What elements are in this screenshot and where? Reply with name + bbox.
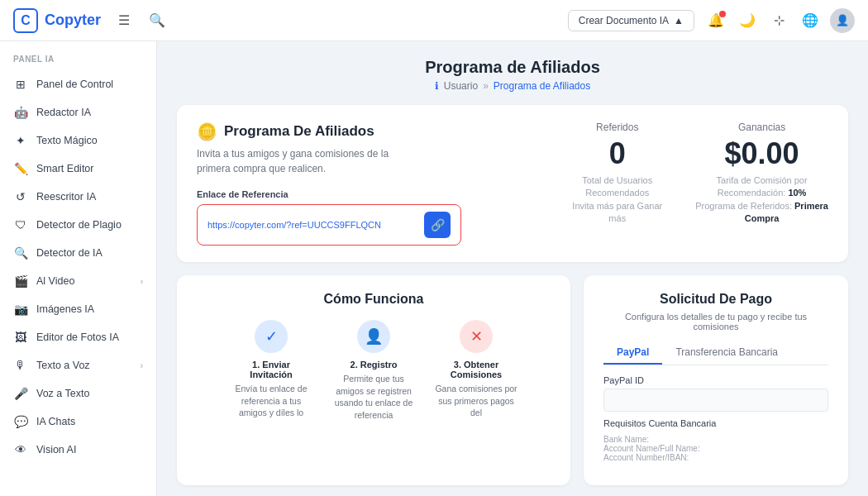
bank-details: Bank Name: Account Name/Full Name: Accou… bbox=[603, 435, 828, 462]
ganancias-value: $0.00 bbox=[695, 136, 828, 171]
navbar-left: C Copyter ☰ 🔍 bbox=[13, 8, 167, 33]
menu-icon[interactable]: ☰ bbox=[114, 11, 134, 31]
sidebar-item-label: Detector de IA bbox=[36, 247, 143, 259]
commission-rate: 10% bbox=[788, 188, 806, 198]
sidebar-item-panel-control[interactable]: ⊞ Panel de Control bbox=[0, 70, 156, 98]
bottom-row: Cómo Funciona ✓ 1. Enviar Invitación Env… bbox=[177, 275, 848, 485]
how-it-works-card: Cómo Funciona ✓ 1. Enviar Invitación Env… bbox=[177, 275, 570, 485]
create-document-button[interactable]: Crear Documento IA ▲ bbox=[568, 10, 694, 31]
payment-tabs: PayPal Transferencia Bancaria bbox=[603, 341, 828, 365]
chevron-up-icon: ▲ bbox=[674, 15, 684, 26]
page-title: Programa de Afiliados bbox=[177, 58, 848, 77]
imagenes-ia-icon: 📷 bbox=[13, 302, 28, 317]
sidebar-item-ia-chats[interactable]: 💬 IA Chats bbox=[0, 408, 156, 436]
sidebar-item-label: IA Chats bbox=[36, 416, 143, 427]
copy-link-button[interactable]: 🔗 bbox=[424, 212, 451, 238]
paypal-id-field: PayPal ID bbox=[603, 375, 828, 412]
bank-section-label: Requisitos Cuenta Bancaria bbox=[603, 418, 828, 428]
sidebar-item-label: Editor de Fotos IA bbox=[36, 331, 143, 343]
panel-control-icon: ⊞ bbox=[13, 77, 28, 92]
payment-card: Solicitud De Pago Configura los detalles… bbox=[584, 275, 848, 485]
affiliate-description: Invita a tus amigos y gana comisiones de… bbox=[197, 146, 412, 176]
breadcrumb: ℹ Usuario » Programa de Afiliados bbox=[177, 80, 848, 92]
ref-link-label: Enlace de Referencia bbox=[197, 189, 559, 199]
payment-title: Solicitud De Pago bbox=[603, 292, 828, 307]
step-1: ✓ 1. Enviar Invitación Envía tu enlace d… bbox=[230, 320, 312, 422]
step-2-title: 2. Registro bbox=[332, 360, 415, 370]
sidebar-item-detector-ia[interactable]: 🔍 Detector de IA bbox=[0, 239, 156, 267]
sidebar-item-ai-video[interactable]: 🎬 Al Video › bbox=[0, 267, 156, 295]
sidebar-item-texto-magico[interactable]: ✦ Texto Mágico bbox=[0, 126, 156, 155]
app-logo[interactable]: C Copyter bbox=[13, 8, 101, 33]
ganancias-label: Ganancias bbox=[695, 122, 828, 133]
referidos-sub: Total de UsuariosRecomendadosInvita más … bbox=[572, 174, 662, 226]
chevron-right-icon: › bbox=[141, 277, 143, 286]
sidebar-item-label: Imágenes IA bbox=[36, 303, 143, 315]
sidebar-item-reescritor-ia[interactable]: ↺ Reescritor IA bbox=[0, 183, 156, 211]
sidebar-section-label: PANEL IA bbox=[0, 51, 156, 70]
how-it-works-title: Cómo Funciona bbox=[197, 292, 551, 307]
bank-line-1: Bank Name: bbox=[603, 435, 828, 444]
affiliate-title-text: Programa De Afiliados bbox=[224, 123, 374, 140]
notifications-icon[interactable]: 🔔 bbox=[704, 9, 727, 32]
paypal-id-label: PayPal ID bbox=[603, 375, 828, 385]
reference-link-section: Enlace de Referencia https://copyter.com… bbox=[197, 189, 559, 246]
sidebar-item-redactor-ia[interactable]: 🤖 Redactor IA bbox=[0, 98, 156, 126]
referral-program: PrimeraCompra bbox=[745, 201, 828, 223]
sidebar-item-voz-a-texto[interactable]: 🎤 Voz a Texto bbox=[0, 379, 156, 408]
grid-icon[interactable]: ⊹ bbox=[767, 9, 790, 32]
sidebar-item-label: Redactor IA bbox=[36, 107, 143, 118]
language-icon[interactable]: 🌐 bbox=[799, 9, 822, 32]
bank-line-3: Account Number/IBAN: bbox=[603, 453, 828, 462]
user-avatar[interactable]: 👤 bbox=[830, 8, 855, 33]
reference-link-url[interactable]: https://copyter.com/?ref=UUCCS9FFLQCN bbox=[207, 220, 417, 230]
info-icon: ℹ bbox=[435, 80, 439, 92]
stat-ganancias: Ganancias $0.00 Tarifa de Comisión porRe… bbox=[695, 122, 828, 226]
voz-a-texto-icon: 🎤 bbox=[13, 386, 28, 401]
step-3-title: 3. Obtener Comisiones bbox=[435, 360, 517, 379]
dark-mode-icon[interactable]: 🌙 bbox=[736, 9, 759, 32]
sidebar-item-editor-fotos-ia[interactable]: 🖼 Editor de Fotos IA bbox=[0, 323, 156, 351]
breadcrumb-home[interactable]: Usuario bbox=[444, 80, 478, 92]
bank-line-2: Account Name/Full Name: bbox=[603, 444, 828, 453]
sidebar-item-imagenes-ia[interactable]: 📷 Imágenes IA bbox=[0, 295, 156, 323]
sidebar-item-texto-a-voz[interactable]: 🎙 Texto a Voz › bbox=[0, 351, 156, 379]
payment-description: Configura los detalles de tu pago y reci… bbox=[603, 312, 828, 331]
sidebar-item-label: Al Video bbox=[36, 275, 132, 287]
sidebar-item-label: Texto Mágico bbox=[36, 135, 143, 146]
sidebar: PANEL IA ⊞ Panel de Control 🤖 Redactor I… bbox=[0, 41, 157, 496]
affiliate-card: 🪙 Programa De Afiliados Invita a tus ami… bbox=[177, 105, 848, 262]
sidebar-item-label: Texto a Voz bbox=[36, 360, 132, 371]
page-header: Programa de Afiliados ℹ Usuario » Progra… bbox=[177, 58, 848, 92]
affiliate-title: 🪙 Programa De Afiliados bbox=[197, 122, 559, 141]
step-2-icon: 👤 bbox=[357, 320, 390, 353]
main-content: Programa de Afiliados ℹ Usuario » Progra… bbox=[157, 41, 868, 496]
step-3: ✕ 3. Obtener Comisiones Gana comisiones … bbox=[435, 320, 517, 422]
tab-paypal[interactable]: PayPal bbox=[603, 341, 662, 365]
stat-referidos: Referidos 0 Total de UsuariosRecomendado… bbox=[572, 122, 662, 226]
sidebar-item-smart-editor[interactable]: ✏️ Smart Editor bbox=[0, 155, 156, 183]
steps-container: ✓ 1. Enviar Invitación Envía tu enlace d… bbox=[197, 320, 551, 422]
nav-right-icons: 🔔 🌙 ⊹ 🌐 👤 bbox=[704, 8, 855, 33]
detector-ia-icon: 🔍 bbox=[13, 246, 28, 260]
sidebar-item-label: Vision AI bbox=[36, 444, 143, 455]
step-1-desc: Envía tu enlace de referencia a tus amig… bbox=[230, 383, 312, 419]
navbar: C Copyter ☰ 🔍 Crear Documento IA ▲ 🔔 🌙 ⊹… bbox=[0, 0, 868, 41]
coin-icon: 🪙 bbox=[197, 122, 217, 141]
paypal-id-input[interactable] bbox=[603, 389, 828, 412]
tab-bancaria[interactable]: Transferencia Bancaria bbox=[662, 341, 791, 365]
sidebar-item-vision-ai[interactable]: 👁 Vision AI bbox=[0, 436, 156, 464]
avatar-icon: 👤 bbox=[836, 14, 849, 26]
sidebar-item-label: Panel de Control bbox=[36, 79, 143, 90]
sidebar-item-label: Voz a Texto bbox=[36, 388, 143, 399]
link-icon: 🔗 bbox=[431, 218, 445, 231]
editor-fotos-icon: 🖼 bbox=[13, 330, 28, 345]
search-icon[interactable]: 🔍 bbox=[147, 11, 167, 31]
logo-box: C bbox=[13, 8, 38, 33]
sidebar-item-detector-plagio[interactable]: 🛡 Detector de Plagio bbox=[0, 211, 156, 239]
step-1-icon: ✓ bbox=[255, 320, 288, 353]
referidos-value: 0 bbox=[572, 136, 662, 171]
step-1-title: 1. Enviar Invitación bbox=[230, 360, 312, 379]
step-3-desc: Gana comisiones por sus primeros pagos d… bbox=[435, 383, 517, 419]
affiliate-header: 🪙 Programa De Afiliados Invita a tus ami… bbox=[197, 122, 828, 246]
